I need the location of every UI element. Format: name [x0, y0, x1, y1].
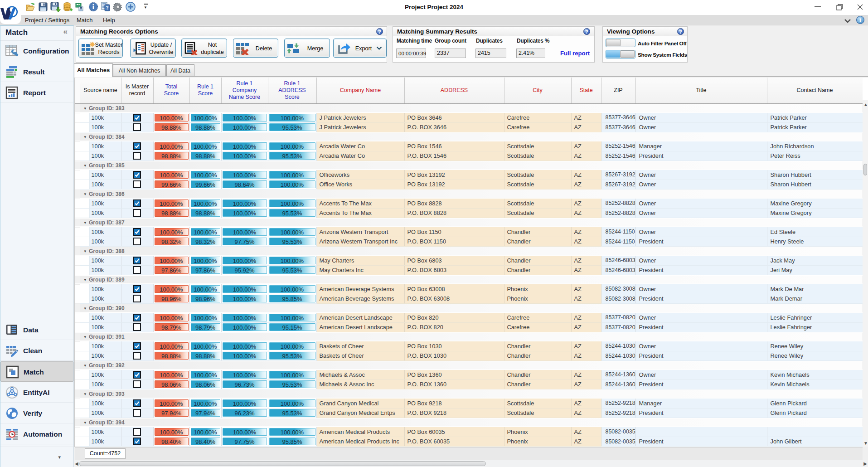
svg-text:?: ? — [106, 5, 108, 10]
